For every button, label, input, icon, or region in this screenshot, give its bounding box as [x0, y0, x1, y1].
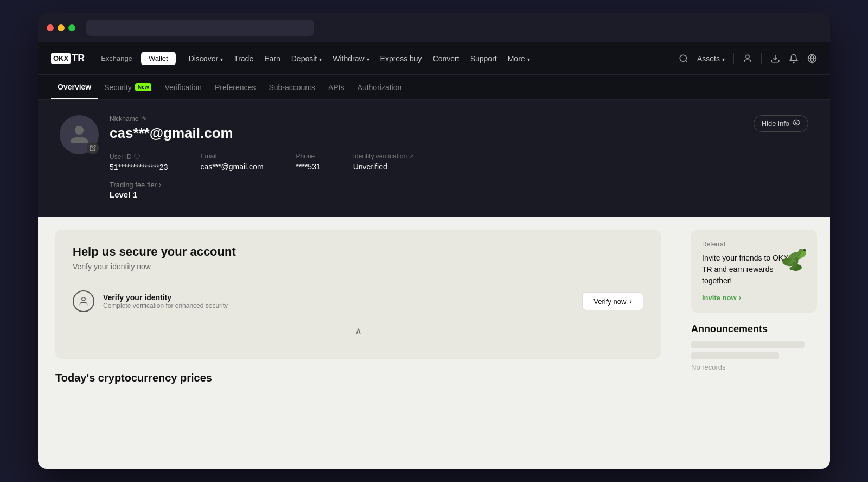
announcement-placeholder-2	[691, 352, 779, 359]
user-id-label: User ID ⓘ	[110, 153, 168, 161]
identity-col: Identity verification ↗ Unverified	[353, 153, 414, 172]
svg-point-6	[82, 297, 86, 301]
announcements-title: Announcements	[691, 324, 817, 335]
nav-actions: Assets	[679, 53, 817, 64]
subnav-preferences[interactable]: Preferences	[208, 75, 262, 99]
security-card: Help us secure your account Verify your …	[55, 230, 661, 359]
divider	[733, 53, 734, 64]
invite-chevron-icon	[739, 293, 742, 302]
collapse-button[interactable]: ∧	[73, 319, 643, 344]
identity-label: Identity verification ↗	[353, 153, 414, 160]
logo-box: OKX	[51, 53, 71, 64]
eye-icon	[793, 119, 800, 128]
browser-chrome	[38, 13, 830, 42]
subnav-authorization[interactable]: Authorization	[351, 75, 409, 99]
subnav-security[interactable]: Security New	[98, 75, 158, 99]
subnav-apis[interactable]: APIs	[322, 75, 351, 99]
crypto-prices-section: Today's cryptocurrency prices	[55, 372, 661, 384]
more-chevron-icon	[527, 54, 530, 63]
address-bar[interactable]	[86, 20, 314, 36]
nav-withdraw[interactable]: Withdraw	[333, 54, 369, 63]
verify-title: Verify your identity	[103, 293, 573, 302]
nav-discover[interactable]: Discover	[189, 54, 223, 63]
nav-items: Discover Trade Earn Deposit Withdraw Exp…	[189, 54, 679, 63]
phone-value: ****531	[296, 162, 321, 171]
logo-text: TR	[72, 53, 85, 64]
profile-section: Nickname ✎ cas***@gmail.com User ID ⓘ 51…	[38, 100, 830, 217]
search-icon[interactable]	[679, 54, 688, 64]
svg-point-1	[746, 55, 749, 58]
username: cas***@gmail.com	[110, 125, 743, 142]
email-col: Email cas***@gmail.com	[200, 153, 263, 172]
info-icon: ⓘ	[134, 153, 140, 161]
header: OKX TR Exchange Wallet Discover Trade Ea…	[38, 42, 830, 75]
external-link-icon[interactable]: ↗	[409, 153, 414, 160]
maximize-dot[interactable]	[68, 24, 75, 31]
nav-express-buy[interactable]: Express buy	[380, 54, 422, 63]
verify-icon	[73, 290, 94, 312]
verify-row: Verify your identity Complete verificati…	[73, 284, 643, 319]
crypto-prices-title: Today's cryptocurrency prices	[55, 372, 661, 384]
trading-fee-chevron-icon	[159, 180, 162, 189]
right-panel: Referral Invite your friends to OKX TR a…	[678, 217, 830, 469]
security-card-subtitle: Verify your identity now	[73, 262, 643, 271]
divider2	[761, 53, 762, 64]
nickname-label: Nickname	[110, 115, 138, 123]
wallet-tab[interactable]: Wallet	[141, 52, 176, 65]
main-content: Help us secure your account Verify your …	[38, 217, 830, 469]
trading-fee-link[interactable]: Trading fee tier	[110, 180, 743, 189]
referral-card: Referral Invite your friends to OKX TR a…	[691, 230, 817, 313]
subnav-verification[interactable]: Verification	[158, 75, 208, 99]
svg-point-0	[680, 55, 686, 61]
user-details: User ID ⓘ 51**************23 Email cas**…	[110, 153, 743, 172]
nav-support[interactable]: Support	[470, 54, 497, 63]
subnav-sub-accounts[interactable]: Sub-accounts	[262, 75, 322, 99]
referral-decoration	[768, 240, 812, 281]
announcements: Announcements No records	[691, 324, 817, 371]
logo: OKX TR	[51, 53, 85, 64]
verify-text: Verify your identity Complete verificati…	[103, 293, 573, 309]
withdraw-chevron-icon	[367, 54, 369, 63]
new-badge: New	[135, 83, 152, 91]
invite-now-link[interactable]: Invite now	[702, 293, 806, 302]
svg-point-12	[803, 249, 806, 251]
user-id-col: User ID ⓘ 51**************23	[110, 153, 168, 172]
trading-fee-level: Level 1	[110, 190, 743, 199]
profile-info: Nickname ✎ cas***@gmail.com User ID ⓘ 51…	[110, 115, 743, 199]
tab-switcher: Exchange Wallet	[93, 52, 175, 65]
discover-chevron-icon	[220, 54, 223, 63]
globe-icon[interactable]	[807, 54, 817, 64]
close-dot[interactable]	[47, 24, 54, 31]
verify-description: Complete verification for enhanced secur…	[103, 302, 573, 309]
assets-button[interactable]: Assets	[697, 54, 725, 63]
svg-point-5	[795, 122, 797, 124]
verify-now-button[interactable]: Verify now	[582, 292, 643, 310]
user-icon[interactable]	[743, 54, 752, 64]
nav-trade[interactable]: Trade	[234, 54, 253, 63]
nickname-row: Nickname ✎	[110, 115, 743, 123]
deposit-chevron-icon	[319, 54, 322, 63]
bell-icon[interactable]	[789, 54, 799, 64]
left-panel: Help us secure your account Verify your …	[38, 217, 678, 469]
app: OKX TR Exchange Wallet Discover Trade Ea…	[38, 42, 830, 469]
avatar-edit-icon[interactable]	[87, 142, 99, 154]
download-icon[interactable]	[770, 54, 780, 64]
announcement-placeholder-1	[691, 341, 805, 348]
nav-convert[interactable]: Convert	[433, 54, 459, 63]
nav-deposit[interactable]: Deposit	[291, 54, 322, 63]
subnav-overview[interactable]: Overview	[51, 75, 98, 99]
phone-col: Phone ****531	[296, 153, 321, 172]
email-value: cas***@gmail.com	[200, 162, 263, 171]
nav-earn[interactable]: Earn	[264, 54, 280, 63]
nav-more[interactable]: More	[508, 54, 530, 63]
identity-value: Unverified	[353, 162, 414, 171]
announcements-empty: No records	[691, 363, 817, 371]
sub-nav: Overview Security New Verification Prefe…	[38, 75, 830, 100]
traffic-lights	[47, 24, 75, 31]
phone-label: Phone	[296, 153, 321, 160]
minimize-dot[interactable]	[58, 24, 65, 31]
hide-info-button[interactable]: Hide info	[754, 115, 808, 132]
email-label: Email	[200, 153, 263, 160]
exchange-tab[interactable]: Exchange	[93, 52, 140, 65]
nickname-edit-icon[interactable]: ✎	[142, 115, 147, 123]
